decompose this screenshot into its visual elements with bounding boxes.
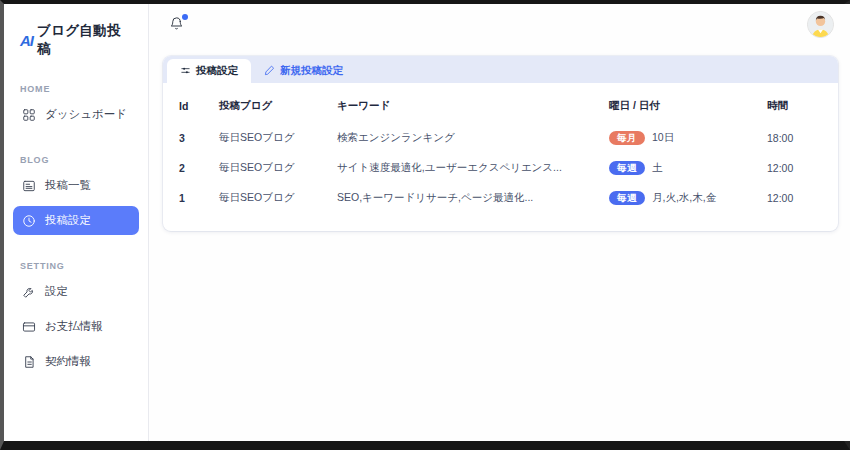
sidebar-item-settings[interactable]: 設定 [13, 277, 139, 306]
wrench-icon [21, 284, 36, 299]
sidebar-item-label: お支払情報 [45, 319, 103, 334]
table-row[interactable]: 1 毎日SEOブログ SEO,キーワードリサーチ,ページ最適化... 毎週 月,… [179, 183, 822, 213]
cell-keywords: サイト速度最適化,ユーザーエクスペリエンス... [337, 161, 609, 175]
sidebar-item-post-settings[interactable]: 投稿設定 [13, 206, 139, 235]
section-label-home: HOME [4, 84, 148, 94]
cell-keywords: 検索エンジンランキング [337, 131, 609, 145]
app-title: ブログ自動投稿 [37, 22, 134, 58]
notification-bell-icon[interactable] [169, 16, 185, 32]
top-bar [149, 4, 850, 44]
schedule-type-badge: 毎週 [609, 191, 645, 206]
section-label-blog: BLOG [4, 155, 148, 165]
app-window: AI ブログ自動投稿 HOME ダッシュボード BLOG 投稿一覧 投稿設定 S… [0, 0, 850, 450]
pencil-icon [264, 65, 275, 78]
tab-strip: 投稿設定 新規投稿設定 [163, 56, 838, 83]
schedule-type-badge: 毎月 [609, 131, 645, 146]
section-label-setting: SETTING [4, 261, 148, 271]
col-header-keywords: キーワード [337, 99, 609, 113]
cell-keywords: SEO,キーワードリサーチ,ページ最適化... [337, 191, 609, 205]
post-settings-card: 投稿設定 新規投稿設定 Id 投稿ブログ キーワード 曜日 / 日付 [163, 56, 838, 231]
sidebar-item-label: 設定 [45, 284, 68, 299]
notification-dot [182, 14, 188, 20]
cell-schedule: 毎月 10日 [609, 131, 767, 146]
table-header-row: Id 投稿ブログ キーワード 曜日 / 日付 時間 [179, 89, 822, 123]
post-settings-table: Id 投稿ブログ キーワード 曜日 / 日付 時間 3 毎日SEOブログ 検索エ… [163, 83, 838, 231]
sidebar: AI ブログ自動投稿 HOME ダッシュボード BLOG 投稿一覧 投稿設定 S… [4, 4, 149, 441]
col-header-id: Id [179, 100, 219, 112]
sidebar-item-post-list[interactable]: 投稿一覧 [13, 171, 139, 200]
table-row[interactable]: 2 毎日SEOブログ サイト速度最適化,ユーザーエクスペリエンス... 毎週 土… [179, 153, 822, 183]
tab-label: 投稿設定 [196, 64, 238, 78]
clock-icon [21, 213, 36, 228]
col-header-time: 時間 [767, 99, 827, 113]
cell-id: 3 [179, 132, 219, 144]
schedule-value: 月,火,水,木,金 [652, 191, 716, 205]
schedule-value: 土 [652, 161, 663, 175]
tab-new-post-settings[interactable]: 新規投稿設定 [251, 59, 356, 83]
cell-schedule: 毎週 月,火,水,木,金 [609, 191, 767, 206]
credit-card-icon [21, 319, 36, 334]
sidebar-item-label: 投稿一覧 [45, 178, 91, 193]
cell-blog: 毎日SEOブログ [219, 191, 337, 205]
logo-ai-icon: AI [20, 32, 33, 49]
post-list-icon [21, 178, 36, 193]
table-row[interactable]: 3 毎日SEOブログ 検索エンジンランキング 毎月 10日 18:00 [179, 123, 822, 153]
sidebar-item-payment-info[interactable]: お支払情報 [13, 312, 139, 341]
user-avatar[interactable] [807, 11, 834, 38]
app-logo: AI ブログ自動投稿 [4, 18, 148, 58]
cell-time: 12:00 [767, 192, 827, 204]
col-header-schedule: 曜日 / 日付 [609, 99, 767, 113]
sidebar-item-contract-info[interactable]: 契約情報 [13, 347, 139, 376]
sidebar-item-label: ダッシュボード [45, 107, 127, 122]
cell-blog: 毎日SEOブログ [219, 131, 337, 145]
sidebar-item-label: 契約情報 [45, 354, 91, 369]
dashboard-grid-icon [21, 107, 36, 122]
content-area: 投稿設定 新規投稿設定 Id 投稿ブログ キーワード 曜日 / 日付 [149, 44, 850, 231]
main-area: 投稿設定 新規投稿設定 Id 投稿ブログ キーワード 曜日 / 日付 [149, 4, 850, 441]
cell-id: 1 [179, 192, 219, 204]
sidebar-item-dashboard[interactable]: ダッシュボード [13, 100, 139, 129]
tab-label: 新規投稿設定 [280, 64, 343, 78]
cell-schedule: 毎週 土 [609, 161, 767, 176]
tab-post-settings[interactable]: 投稿設定 [167, 59, 251, 83]
cell-id: 2 [179, 162, 219, 174]
cell-blog: 毎日SEOブログ [219, 161, 337, 175]
cell-time: 12:00 [767, 162, 827, 174]
sidebar-item-label: 投稿設定 [45, 213, 91, 228]
contract-icon [21, 354, 36, 369]
col-header-blog: 投稿ブログ [219, 99, 337, 113]
schedule-type-badge: 毎週 [609, 161, 645, 176]
schedule-value: 10日 [652, 131, 674, 145]
cell-time: 18:00 [767, 132, 827, 144]
sliders-icon [180, 65, 191, 78]
